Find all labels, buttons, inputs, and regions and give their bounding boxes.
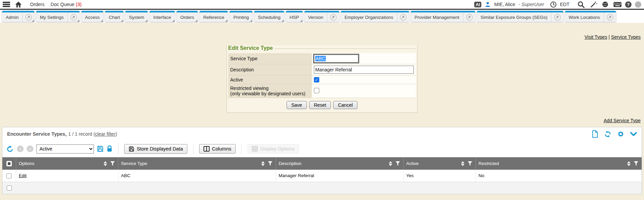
tab-printing[interactable]: Printing [230,11,252,22]
edit-service-type-form: Edit Service Type Service Type ABC Descr… [226,45,418,113]
tab-access[interactable]: Access [81,11,104,22]
row-checkbox[interactable] [7,186,12,191]
tab-work-locations[interactable]: Work Locations [565,11,616,22]
tab-similar-exposure-groups[interactable]: Similar Exposure Groups (SEGs) [477,11,563,22]
sort-icon[interactable] [389,161,392,166]
tab-admin[interactable]: Admin [2,11,34,22]
tab-interface[interactable]: Interface [150,11,175,22]
collapse-panel-chevron-icon[interactable] [630,132,637,136]
cell-service-type: ABC [118,170,276,182]
filter-funnel-icon[interactable] [110,161,115,166]
tab-system[interactable]: System [125,11,148,22]
filter-funnel-icon[interactable] [396,161,400,166]
active-checkbox[interactable]: ✓ [314,77,319,82]
display-options-button: Display Options [247,144,299,154]
timezone-label: EDT [560,2,569,7]
new-document-icon[interactable] [592,130,598,138]
help-icon[interactable]: ? [625,1,632,8]
table-row: Edit ABC Manager Referral Yes No [2,170,642,182]
cell-active: Yes [403,170,476,182]
tab-hsp[interactable]: HSP [286,11,303,22]
status-circle-icon [635,1,641,8]
home-icon[interactable] [15,1,22,8]
user-role: - SuperUser [519,2,544,7]
admin-tab-bar: Admin My Settings Access Chart System In… [0,10,644,23]
save-button[interactable]: Save [287,101,307,109]
prev-page-icon[interactable]: ‹ [17,145,24,152]
search-icon[interactable] [578,1,585,8]
menu-item-doc-queue[interactable]: Doc Queue (3) [51,2,82,7]
reset-button[interactable]: Reset [309,101,331,109]
tab-reference[interactable]: Reference [199,11,228,22]
filter-select[interactable]: Active [36,144,94,154]
select-all-checkbox[interactable] [6,161,12,166]
service-type-input[interactable]: ABC [314,55,358,63]
refresh-icon[interactable] [604,131,611,138]
external-link-icon[interactable] [397,12,409,22]
clear-filter-link[interactable]: clear filter [95,131,116,137]
service-types-link[interactable]: Service Types [611,34,641,40]
column-header-restricted: Restricted [479,161,499,166]
record-count: 1 / 1 record (clear filter) [68,131,117,137]
external-link-icon[interactable] [22,12,34,22]
tab-employer-organizations[interactable]: Employer Organizations [341,11,409,22]
magic-wand-icon[interactable] [590,1,597,8]
table-header-row: Options Service Type Description [2,157,642,170]
hamburger-menu-icon[interactable] [3,2,10,7]
user-name[interactable]: MIE, Alice [494,2,515,7]
breadcrumb-links: Visit Types | Service Types [0,23,644,40]
visit-types-link[interactable]: Visit Types [585,34,607,40]
row-checkbox[interactable] [6,173,11,178]
doc-queue-count-badge: (3) [76,2,82,7]
reset-view-icon[interactable] [6,145,14,153]
sort-icon[interactable] [104,161,107,166]
tab-chart[interactable]: Chart [105,11,124,22]
sort-icon[interactable] [627,161,630,166]
tab-orders[interactable]: Orders [177,11,198,22]
filter-funnel-icon[interactable] [634,161,638,166]
main-content: Visit Types | Service Types Edit Service… [0,23,644,200]
selected-input-text: ABC [315,56,326,61]
tab-version[interactable]: Version [304,11,339,22]
cancel-button[interactable]: Cancel [333,101,357,109]
store-displayed-data-button[interactable]: Store Displayed Data [124,144,187,154]
tab-scheduling[interactable]: Scheduling [254,11,284,22]
add-service-type-link[interactable]: Add Service Type [604,118,641,123]
columns-button[interactable]: Columns [199,144,236,154]
restricted-viewing-label: Restricted viewing (only viewable by des… [228,84,312,98]
globe-icon[interactable] [602,1,609,8]
service-type-label: Service Type [228,53,312,64]
external-link-icon[interactable] [604,12,616,22]
clock-icon[interactable] [550,1,557,8]
filter-funnel-icon[interactable] [468,161,472,166]
ai-badge[interactable]: AI [474,2,481,7]
user-icon[interactable] [485,1,491,7]
sort-icon[interactable] [461,161,464,166]
tab-my-settings[interactable]: My Settings [36,11,80,22]
description-input[interactable]: Manager Referral [314,66,414,74]
panel-title: Encounter Service Types, [7,131,66,137]
external-link-icon[interactable] [327,12,339,22]
next-page-icon[interactable]: › [27,145,33,152]
cell-restricted: No [476,170,642,182]
external-link-icon[interactable] [463,12,475,22]
external-link-icon[interactable] [551,12,563,22]
restricted-viewing-checkbox[interactable] [314,88,319,93]
filter-funnel-icon[interactable] [268,161,272,166]
tab-provider-management[interactable]: Provider Management [411,11,475,22]
table-row-empty [2,182,642,194]
save-filter-icon[interactable] [97,145,104,152]
table-toolbar: ‹ › Active Store Displayed Data Columns [2,140,642,157]
keyboard-icon[interactable] [613,2,622,7]
gear-icon[interactable] [617,131,624,137]
lock-icon[interactable] [107,145,112,152]
service-types-table: Options Service Type Description [2,157,642,194]
sort-icon[interactable] [261,161,265,166]
form-row-service-type: Service Type ABC [228,53,416,64]
cell-description: Manager Referral [276,170,403,182]
form-row-description: Description Manager Referral [228,64,416,75]
menu-item-orders[interactable]: Orders [30,2,45,7]
edit-row-link[interactable]: Edit [19,173,27,178]
active-label: Active [228,75,312,84]
external-link-icon[interactable] [68,12,80,22]
